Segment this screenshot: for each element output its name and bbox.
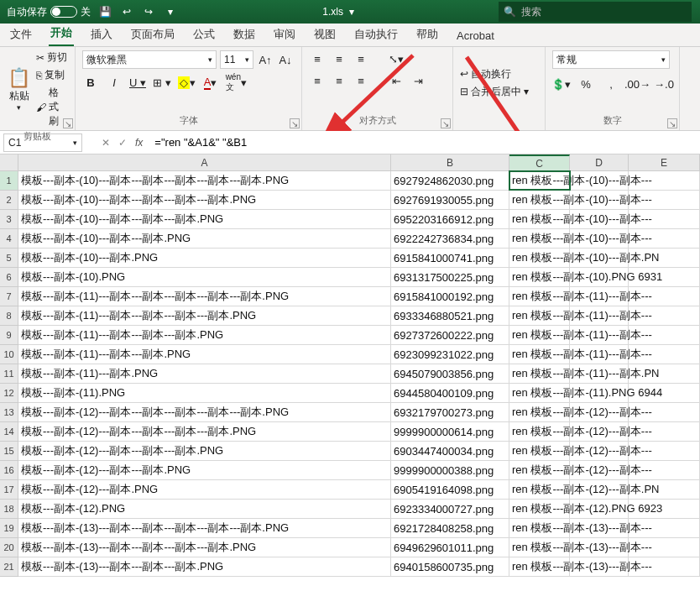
orientation-button[interactable]: ⤡▾ <box>388 50 405 67</box>
row-header[interactable]: 4 <box>0 229 18 249</box>
cell[interactable]: 6927924862030.png <box>391 171 509 190</box>
clipboard-launcher[interactable]: ↘ <box>63 118 73 128</box>
col-header-E[interactable]: E <box>629 154 700 170</box>
redo-icon[interactable]: ↪ <box>141 4 156 19</box>
underline-button[interactable]: U ▾ <box>129 74 146 91</box>
cell[interactable]: 模板---副本-(11)---副本---副本.PNG <box>18 345 391 364</box>
cell[interactable]: 模板---副本-(12)---副本---副本---副本---副本.PNG <box>18 422 391 441</box>
font-color-button[interactable]: A▾ <box>202 74 219 91</box>
font-name-select[interactable]: 微软雅黑▾ <box>82 50 217 69</box>
cell[interactable]: 模板---副本-(12).PNG <box>18 500 391 518</box>
cell[interactable]: ren 模板---副本-(12)---副本--- <box>509 461 570 479</box>
col-header-C[interactable]: C <box>509 154 570 170</box>
row-header[interactable]: 7 <box>0 287 18 306</box>
select-all-button[interactable] <box>0 154 18 170</box>
tab-开始[interactable]: 开始 <box>49 21 74 46</box>
tab-视图[interactable]: 视图 <box>312 23 337 46</box>
tab-帮助[interactable]: 帮助 <box>415 23 440 46</box>
number-format-select[interactable]: 常规▾ <box>552 50 670 69</box>
cell[interactable]: 6952203166912.png <box>391 210 509 228</box>
align-middle-button[interactable]: ≡ <box>331 50 347 67</box>
cell[interactable]: ren 模板---副本-(10)---副本--- <box>509 229 570 248</box>
row-header[interactable]: 13 <box>0 403 18 422</box>
fill-color-button[interactable]: ◇▾ <box>178 74 196 91</box>
cell[interactable]: 6922242736834.png <box>391 229 509 248</box>
decrease-decimal-button[interactable]: →.0 <box>656 76 672 92</box>
tab-页面布局[interactable]: 页面布局 <box>129 23 176 46</box>
cell[interactable]: 9999900000614.png <box>391 422 509 441</box>
cell[interactable]: 6931317500225.png <box>391 268 509 286</box>
row-header[interactable]: 6 <box>0 268 18 287</box>
cell[interactable]: 6945079003856.png <box>391 364 509 383</box>
cell[interactable]: ren 模板---副本-(11)---副本--- <box>509 287 570 306</box>
cell[interactable]: 6927372600222.png <box>391 326 509 344</box>
row-header[interactable]: 18 <box>0 500 18 519</box>
cell[interactable]: 模板---副本-(10)---副本---副本---副本---副本---副本.PN… <box>18 171 391 190</box>
accounting-format-button[interactable]: 💲▾ <box>552 76 569 92</box>
merge-center-button[interactable]: ⊟ 合并后居中 ▾ <box>460 85 538 99</box>
worksheet[interactable]: A B C D E 123456789101112131415161718192… <box>0 154 700 577</box>
cell[interactable]: 6932179700273.png <box>391 403 509 421</box>
row-header[interactable]: 14 <box>0 422 18 442</box>
cell[interactable]: 模板---副本-(11).PNG <box>18 384 391 402</box>
tab-审阅[interactable]: 审阅 <box>272 23 297 46</box>
align-launcher[interactable]: ↘ <box>441 118 451 128</box>
search-box[interactable]: 🔍 搜索 <box>499 2 692 22</box>
row-header[interactable]: 10 <box>0 345 18 364</box>
save-icon[interactable]: 💾 <box>97 4 112 19</box>
copy-button[interactable]: ⎘复制 <box>36 68 68 82</box>
align-left-button[interactable]: ≡ <box>309 72 326 89</box>
cell[interactable]: ren 模板---副本-(10).PNG 6931 <box>509 268 570 286</box>
wrap-text-button[interactable]: ↩ 自动换行 <box>460 67 538 81</box>
cell[interactable]: 模板---副本-(12)---副本.PNG <box>18 480 391 499</box>
increase-indent-button[interactable]: ⇥ <box>410 72 426 89</box>
align-center-button[interactable]: ≡ <box>331 72 347 89</box>
cell[interactable]: 6923334000727.png <box>391 500 509 518</box>
cell[interactable]: 模板---副本-(10)---副本---副本---副本---副本.PNG <box>18 191 391 209</box>
enter-formula-icon[interactable]: ✓ <box>118 137 127 149</box>
col-header-A[interactable]: A <box>18 154 391 170</box>
row-header[interactable]: 21 <box>0 557 18 577</box>
cell[interactable]: 模板---副本-(11)---副本.PNG <box>18 364 391 383</box>
row-header[interactable]: 5 <box>0 249 18 268</box>
phonetic-button[interactable]: wén文▾ <box>226 74 247 91</box>
row-header[interactable]: 20 <box>0 538 18 557</box>
row-header[interactable]: 11 <box>0 364 18 384</box>
border-button[interactable]: ⊞ ▾ <box>153 74 171 91</box>
font-launcher[interactable]: ↘ <box>290 118 300 128</box>
cell[interactable]: ren 模板---副本-(10)---副本.PN <box>509 249 570 267</box>
cell[interactable]: 模板---副本-(11)---副本---副本---副本---副本.PNG <box>18 306 391 325</box>
undo-icon[interactable]: ↩ <box>119 4 134 19</box>
formula-input[interactable] <box>149 133 697 152</box>
row-header[interactable]: 8 <box>0 306 18 326</box>
cell[interactable]: ren 模板---副本-(11)---副本--- <box>509 306 570 325</box>
autosave-toggle[interactable]: 自动保存 关 <box>7 5 91 19</box>
cell[interactable]: 6940158600735.png <box>391 557 509 576</box>
row-header[interactable]: 12 <box>0 384 18 403</box>
increase-decimal-button[interactable]: .00→ <box>628 76 647 92</box>
cell[interactable]: ren 模板---副本-(13)---副本--- <box>509 519 570 537</box>
cell[interactable]: 6923099231022.png <box>391 345 509 364</box>
cell[interactable]: 6915841000741.png <box>391 249 509 267</box>
cancel-formula-icon[interactable]: ✕ <box>102 137 110 149</box>
cell[interactable]: 6949629601011.png <box>391 538 509 557</box>
number-launcher[interactable]: ↘ <box>667 118 677 128</box>
cell[interactable]: ren 模板---副本-(12)---副本--- <box>509 422 570 441</box>
cell[interactable]: 6933346880521.png <box>391 306 509 325</box>
cell[interactable]: 模板---副本-(11)---副本---副本---副本---副本---副本.PN… <box>18 287 391 306</box>
cell[interactable]: 6927691930055.png <box>391 191 509 209</box>
decrease-font-button[interactable]: A↓ <box>277 51 294 68</box>
row-header[interactable]: 9 <box>0 326 18 345</box>
percent-button[interactable]: % <box>577 76 594 92</box>
cell[interactable]: ren 模板---副本-(13)---副本--- <box>509 538 570 557</box>
cell[interactable]: 模板---副本-(10).PNG <box>18 268 391 286</box>
cut-button[interactable]: ✂剪切 <box>36 50 68 65</box>
row-header[interactable]: 2 <box>0 191 18 210</box>
row-header[interactable]: 19 <box>0 519 18 538</box>
cell[interactable]: ren 模板---副本-(11)---副本.PN <box>509 364 570 383</box>
row-header[interactable]: 17 <box>0 480 18 500</box>
cell[interactable]: ren 模板---副本-(12).PNG 6923 <box>509 500 570 518</box>
row-header[interactable]: 15 <box>0 442 18 461</box>
paste-button[interactable]: 📋 粘贴 ▾ <box>7 67 31 112</box>
fx-icon[interactable]: fx <box>135 137 143 149</box>
